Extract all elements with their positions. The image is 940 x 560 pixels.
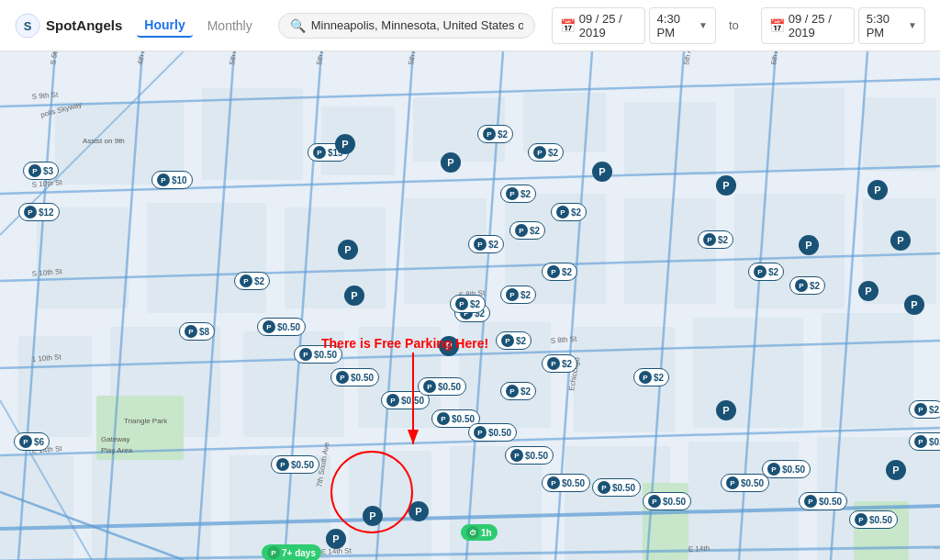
p-marker-price[interactable]: P$2 xyxy=(500,286,536,304)
svg-rect-12 xyxy=(147,203,266,313)
p-marker-plain[interactable]: P xyxy=(904,295,924,315)
p-marker-price[interactable]: P$2 xyxy=(633,368,669,386)
p-marker-price[interactable]: P$2 xyxy=(509,221,545,240)
p-marker-price[interactable]: P$0.50 xyxy=(271,455,319,474)
p-marker-price[interactable]: P$0.50 xyxy=(294,345,342,364)
logo[interactable]: S SpotAngels xyxy=(15,13,122,39)
to-time-input[interactable]: 5:30 PM ▼ xyxy=(858,7,925,44)
parking-pin-icon: P xyxy=(501,334,514,347)
p-marker-price[interactable]: P$0.50 xyxy=(762,460,811,478)
svg-rect-11 xyxy=(37,207,129,308)
p-marker-plain[interactable]: P xyxy=(890,230,911,251)
p-marker-price[interactable]: P$6 xyxy=(14,432,50,451)
parking-icon: P xyxy=(267,546,280,559)
p-marker-price[interactable]: P$2 xyxy=(528,143,564,162)
p-marker-price[interactable]: P$8 xyxy=(179,322,215,341)
p-marker-price[interactable]: P$0.50 xyxy=(721,474,769,492)
p-marker-price[interactable]: P$0.50 xyxy=(468,423,517,442)
to-date-block: 📅 09 / 25 / 2019 5:30 PM ▼ xyxy=(761,7,925,44)
p-marker-price[interactable]: P$2 xyxy=(234,272,270,290)
p-marker-price[interactable]: P$2 xyxy=(450,295,486,313)
p-marker-price[interactable]: P$2 xyxy=(542,263,577,281)
parking-pin-icon: P xyxy=(506,187,519,200)
parking-pin-icon: P xyxy=(386,394,399,407)
parking-pin-icon: P xyxy=(336,371,349,384)
p-marker-price[interactable]: P$0.50 xyxy=(643,492,691,510)
p-marker-plain[interactable]: P xyxy=(439,336,459,356)
parking-pin-icon: P xyxy=(515,224,528,237)
parking-pin-icon: P xyxy=(547,265,560,278)
p-marker-plain[interactable]: P xyxy=(886,460,906,480)
parking-pin-icon: P xyxy=(598,481,610,494)
p-marker-price[interactable]: P$10 xyxy=(151,171,193,189)
from-date-input[interactable]: 📅 09 / 25 / 2019 xyxy=(552,7,645,44)
p-marker-price[interactable]: P$0.50 xyxy=(505,446,554,465)
p-marker-price[interactable]: P$3 xyxy=(23,162,59,180)
green-marker-7days-1[interactable]: P 7+ days xyxy=(262,544,321,560)
p-marker-price[interactable]: P$2 xyxy=(500,185,536,203)
p-marker-plain[interactable]: P xyxy=(338,240,358,260)
p-marker-price[interactable]: P$2 xyxy=(909,400,940,419)
p-marker-price[interactable]: P$2 xyxy=(748,263,784,281)
parking-pin-icon: P xyxy=(767,463,780,476)
p-marker-price[interactable]: P$0.50 xyxy=(330,368,379,386)
from-date-value: 09 / 25 / 2019 xyxy=(579,12,637,39)
svg-rect-10 xyxy=(863,97,936,171)
parking-pin-icon: P xyxy=(483,128,496,140)
p-marker-price[interactable]: P$0.50 xyxy=(909,432,940,451)
p-marker-price[interactable]: P$2 xyxy=(500,382,536,400)
parking-pin-icon: P xyxy=(914,403,927,416)
calendar-icon-to: 📅 xyxy=(769,18,785,33)
p-marker-price[interactable]: P$2 xyxy=(468,235,504,253)
p-marker-price[interactable]: P$2 xyxy=(698,230,733,249)
p-marker-price[interactable]: P$0.50 xyxy=(418,377,466,396)
parking-pin-icon: P xyxy=(510,449,523,462)
tab-monthly[interactable]: Monthly xyxy=(200,15,260,37)
parking-pin-icon: P xyxy=(754,265,767,278)
svg-text:Play Area: Play Area xyxy=(101,446,133,454)
p-marker-price[interactable]: P$0.50 xyxy=(799,492,847,510)
tab-hourly[interactable]: Hourly xyxy=(137,14,192,38)
from-time-input[interactable]: 4:30 PM ▼ xyxy=(649,7,716,44)
p-marker-price[interactable]: P$2 xyxy=(496,331,532,350)
p-marker-plain[interactable]: P xyxy=(716,175,736,196)
p-marker-plain[interactable]: P xyxy=(408,501,429,521)
p-marker-plain[interactable]: P xyxy=(326,529,346,549)
p-marker-price[interactable]: P$2 xyxy=(551,203,587,221)
parking-pin-icon: P xyxy=(474,426,487,439)
parking-pin-icon: P xyxy=(455,297,468,310)
p-marker-price[interactable]: P$12 xyxy=(18,203,60,221)
p-marker-price[interactable]: P$0.50 xyxy=(592,478,641,497)
p-marker-plain[interactable]: P xyxy=(858,281,878,301)
search-input[interactable] xyxy=(311,18,523,32)
p-marker-plain[interactable]: P xyxy=(441,152,461,173)
p-marker-price[interactable]: P$2 xyxy=(542,354,577,373)
green-marker-1h-1[interactable]: ⏱ 1h xyxy=(461,524,498,541)
p-marker-price[interactable]: P$2 xyxy=(789,276,825,295)
svg-text:Gateway: Gateway xyxy=(101,435,130,443)
map-container[interactable]: S 9th St S 10th St S 10th St 1 10th St E… xyxy=(0,51,940,560)
svg-text:E 14th: E 14th xyxy=(688,544,711,554)
p-marker-plain[interactable]: P xyxy=(716,400,736,420)
parking-pin-icon: P xyxy=(855,513,867,526)
calendar-icon-from: 📅 xyxy=(560,18,576,33)
p-marker-plain[interactable]: P xyxy=(363,506,383,526)
p-marker-price[interactable]: P$0.50 xyxy=(257,318,306,336)
chevron-down-icon-to-time: ▼ xyxy=(908,20,917,30)
p-marker-plain[interactable]: P xyxy=(335,134,355,154)
p-marker-plain[interactable]: P xyxy=(344,286,364,306)
parking-pin-icon: P xyxy=(726,476,739,489)
chevron-down-icon-from-time: ▼ xyxy=(699,20,708,30)
p-marker-plain[interactable]: P xyxy=(867,180,888,200)
p-marker-plain[interactable]: P xyxy=(799,235,819,255)
p-marker-price[interactable]: P$0.50 xyxy=(849,510,898,529)
to-date-input[interactable]: 📅 09 / 25 / 2019 xyxy=(761,7,855,44)
svg-rect-26 xyxy=(822,313,913,428)
p-marker-price[interactable]: P$2 xyxy=(477,125,513,143)
p-marker-price[interactable]: P$0.50 xyxy=(542,474,590,492)
parking-pin-icon: P xyxy=(423,380,436,393)
parking-pin-icon: P xyxy=(506,385,519,398)
parking-pin-icon: P xyxy=(639,371,652,384)
to-label: to xyxy=(729,18,739,32)
p-marker-plain[interactable]: P xyxy=(592,162,612,182)
